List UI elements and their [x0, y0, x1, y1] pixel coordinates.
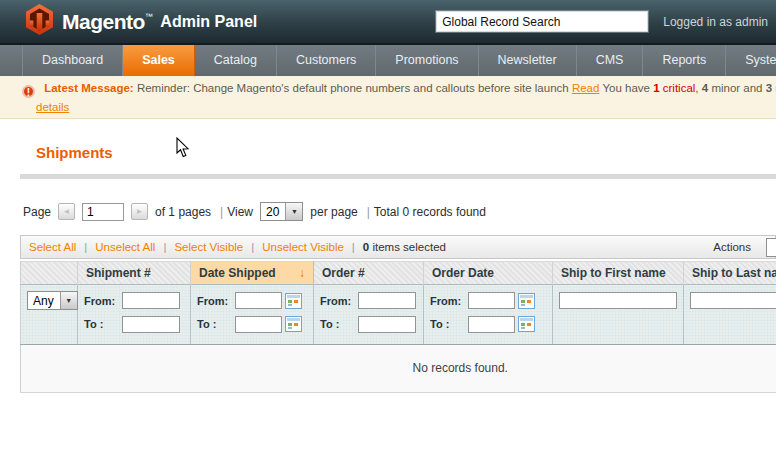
selected-text: items selected	[372, 241, 446, 253]
filter-date-shipped-cell: From: To :	[191, 285, 314, 345]
per-page-value: 20	[261, 203, 285, 220]
pager-separator: |	[220, 205, 223, 219]
nav-item-cms[interactable]: CMS	[577, 45, 644, 76]
to-label: To :	[84, 318, 122, 330]
col-header-last-name[interactable]: Ship to Last name	[684, 262, 776, 285]
logged-in-status: Logged in as admin	[663, 15, 768, 29]
title-separator	[20, 174, 776, 179]
any-value: Any	[28, 292, 60, 309]
col-header-order[interactable]: Order #	[314, 262, 424, 285]
date-shipped-from-input[interactable]	[235, 292, 282, 309]
nav-item-reports[interactable]: Reports	[643, 45, 726, 76]
last-name-filter-input[interactable]	[690, 292, 776, 309]
details-link[interactable]: details	[36, 101, 69, 113]
per-page-select[interactable]: 20 ▼	[260, 202, 303, 221]
filter-any-cell: Any ▼	[21, 285, 78, 345]
grid-header-row: Shipment # ↓ Date Shipped Order # Order …	[21, 262, 776, 285]
filter-last-name-cell	[684, 285, 776, 345]
content-area: Shipments Page ◄ ► of 1 pages | View 20 …	[0, 144, 776, 393]
col-header-shipment[interactable]: Shipment #	[78, 262, 191, 285]
select-arrow-icon: ▼	[60, 292, 77, 309]
of-pages-text: of 1 pages	[155, 205, 211, 219]
from-label: From:	[430, 295, 468, 307]
select-visible-link[interactable]: Select Visible	[174, 241, 243, 253]
filter-shipment-cell: From: To :	[78, 285, 191, 345]
col-header-first-name[interactable]: Ship to First name	[553, 262, 684, 285]
critical-word: critical	[663, 82, 696, 94]
message-text: Reminder: Change Magento's default phone…	[137, 82, 569, 94]
next-page-icon: ►	[136, 207, 144, 216]
shipment-from-input[interactable]	[122, 292, 180, 309]
col-header-date-shipped[interactable]: ↓ Date Shipped	[191, 262, 314, 285]
notice-count: 3	[766, 82, 772, 94]
first-name-filter-input[interactable]	[559, 292, 677, 309]
nav-item-promotions[interactable]: Promotions	[376, 45, 478, 76]
order-date-to-input[interactable]	[468, 316, 515, 333]
grid-filter-row: Any ▼ From: To : From: To : From: To :	[21, 285, 776, 345]
global-search-input[interactable]	[436, 11, 648, 32]
view-label: View	[227, 205, 253, 219]
per-page-text: per page	[310, 205, 357, 219]
pager-bar: Page ◄ ► of 1 pages | View 20 ▼ per page…	[23, 202, 776, 221]
latest-message-label: Latest Message:	[44, 82, 133, 94]
read-link[interactable]: Read	[572, 82, 600, 94]
nav-item-catalog[interactable]: Catalog	[195, 45, 277, 76]
grid-empty-row: No records found.	[21, 344, 776, 392]
nav-item-dashboard[interactable]: Dashboard	[22, 45, 123, 76]
total-records-text: Total 0 records found	[374, 205, 486, 219]
ma-separator: |	[163, 241, 166, 253]
admin-panel-title: Admin Panel	[160, 13, 257, 31]
actions-select[interactable]	[766, 238, 776, 257]
date-shipped-to-input[interactable]	[235, 316, 282, 333]
nav-item-customers[interactable]: Customers	[277, 45, 376, 76]
select-arrow-icon: ▼	[285, 203, 302, 220]
actions-label: Actions	[713, 241, 767, 253]
magento-admin-shipments-page: { "header": { "brand": "Magento", "brand…	[0, 0, 776, 450]
sort-desc-icon: ↓	[299, 266, 305, 280]
ma-separator: |	[84, 241, 87, 253]
calendar-icon[interactable]	[518, 316, 535, 332]
selected-count: 0	[363, 241, 369, 253]
alert-icon: !	[22, 85, 35, 98]
shipments-grid: Shipment # ↓ Date Shipped Order # Order …	[20, 261, 776, 393]
from-label: From:	[197, 295, 235, 307]
critical-count: 1	[653, 82, 659, 94]
order-date-from-input[interactable]	[468, 292, 515, 309]
brand-title: Magento™	[62, 10, 152, 34]
latest-message-bar: ! Latest Message: Reminder: Change Magen…	[0, 76, 776, 119]
page-title: Shipments	[36, 144, 776, 161]
page-number-input[interactable]	[82, 203, 124, 221]
prev-page-button[interactable]: ◄	[58, 203, 75, 220]
filter-order-date-cell: From: To :	[424, 285, 553, 345]
any-filter-select[interactable]: Any ▼	[27, 291, 78, 310]
next-page-button[interactable]: ►	[131, 203, 148, 220]
ma-separator: |	[251, 241, 254, 253]
nav-item-system[interactable]: System	[726, 45, 776, 76]
ma-separator: |	[352, 241, 355, 253]
magento-logo-icon	[26, 4, 53, 39]
select-all-link[interactable]: Select All	[29, 241, 76, 253]
calendar-icon[interactable]	[285, 293, 302, 309]
filter-first-name-cell	[553, 285, 684, 345]
calendar-icon[interactable]	[285, 316, 302, 332]
to-label: To :	[430, 318, 468, 330]
col-header-order-date[interactable]: Order Date	[424, 262, 553, 285]
checkbox-column-header	[21, 262, 78, 285]
unselect-visible-link[interactable]: Unselect Visible	[262, 241, 344, 253]
shipment-to-input[interactable]	[122, 316, 180, 333]
you-have-text: You have	[602, 82, 650, 94]
order-to-input[interactable]	[358, 316, 416, 333]
calendar-icon[interactable]	[518, 293, 535, 309]
to-label: To :	[320, 318, 358, 330]
massaction-bar: Select All | Unselect All | Select Visib…	[20, 235, 776, 259]
trademark: ™	[145, 12, 153, 21]
minor-text: minor and	[711, 82, 762, 94]
nav-item-newsletter[interactable]: Newsletter	[479, 45, 577, 76]
nav-item-sales[interactable]: Sales	[123, 45, 195, 76]
page-label: Page	[23, 205, 51, 219]
unselect-all-link[interactable]: Unselect All	[95, 241, 155, 253]
order-from-input[interactable]	[358, 292, 416, 309]
minor-count: 4	[702, 82, 708, 94]
filter-order-cell: From: To :	[314, 285, 424, 345]
app-header: Magento™ Admin Panel Logged in as admin	[0, 0, 776, 45]
